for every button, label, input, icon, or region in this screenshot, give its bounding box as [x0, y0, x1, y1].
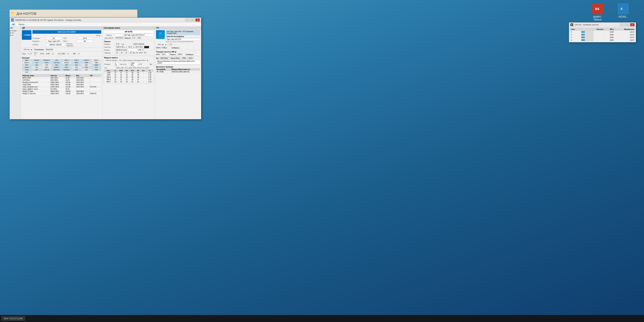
freq-row-2: 2 1200 x12.0 [570, 36, 635, 39]
aida64-label: aida64 - Ярлык [593, 15, 602, 21]
gpu-details: Intel Tiger Lake-UP3 - GT2 Integrated Gr… [166, 30, 200, 42]
gpu-full-name[interactable]: Intel Tiger Lake-UP3 - GT2 Integrated Gr… [166, 30, 200, 35]
mod-size-row: Размер 4 ГБ Частота 1200 МГц ECC Нет [104, 62, 153, 66]
mem-detail-table: Част... CL RCD RP RAS RC Ext. B [104, 70, 153, 83]
timing-2: 15 [124, 52, 128, 54]
aida64b-icon[interactable]: А AIDАб... [615, 3, 631, 21]
tpm-button[interactable]: TPM [181, 57, 187, 60]
freq-minimize-btn[interactable]: ─ [620, 23, 624, 26]
func-3dnow2: 3DNow!-2 [42, 59, 52, 61]
cpu-selector-row: CPU #0 Платформа BGA1449 [21, 48, 102, 52]
close-button[interactable]: ✕ [195, 18, 200, 22]
bios-type: UEFI [136, 37, 142, 39]
codename-value: Tiger Lake-UP3 [46, 40, 62, 42]
drives-model-header: Модель [Вместимость] [171, 68, 200, 70]
drive-status-indicator [157, 71, 158, 72]
func-avx2: AVX2 [42, 62, 52, 64]
drive-model: SNV3410-400G [400 ГБ] [171, 70, 200, 73]
mem-freq-val: 1066.0 [177, 53, 185, 56]
hwinfo-window: HW HWiNFO64 v7.62-5200 @ HP HP Laptop 15… [10, 18, 201, 119]
mem-size-label: Размер [104, 43, 115, 45]
memory-section: Память Размер 8 ГБ Тип DDR4 SDRAM Частот… [103, 40, 154, 55]
func-3dnow: 3DNow! [32, 59, 42, 61]
os-title-row: ОС UEFI Boot Secure Boot TPM HVCI [156, 57, 200, 60]
stepping-value: B1 [46, 37, 62, 40]
mod-size-label: Размер [104, 63, 114, 65]
mem-mode-label: Режим [104, 49, 115, 51]
mod-freq-value: 1200 МГц [130, 62, 138, 66]
slot-selector[interactable]: #0 [BANK 0/Bottom - Slot 1 (left)]: Rama… [104, 59, 149, 62]
bios-label: Дата BIOS [103, 37, 114, 39]
menu-cpu[interactable]: ЦП [10, 23, 16, 26]
gpu-selector[interactable]: GPU #0 [156, 43, 167, 46]
rops-label: ROPs / TMUs [156, 47, 167, 49]
mod-ecc-label: ECC [139, 63, 149, 65]
mod-freq-label: Частота [120, 63, 130, 65]
mem-timing-values: 15 - 15 - 15 - 35 tRC 50 tRFC 374 [115, 52, 147, 54]
secure-boot-button[interactable]: Secure Boot [170, 57, 181, 60]
l2-label: L2 [52, 53, 57, 54]
tdp-label: TDP [63, 38, 77, 39]
func-sse3: SSE-3 [72, 59, 81, 61]
chipset-row: Чипсет Intel Tiger Lake-UP3 PCH-LP [103, 34, 154, 36]
mem-row-2: 933.31313133043-1.20 [104, 76, 153, 78]
l3-value: 8M [72, 52, 76, 55]
uefi-boot-button[interactable]: UEFI Boot [160, 57, 169, 60]
maximize-button[interactable]: □ [190, 18, 195, 22]
wp-row-mfm: MFM (LPM)400.0 МГцx4.00100.0 МГц- [22, 77, 101, 79]
hvci-button[interactable]: HVCI [188, 57, 194, 60]
hwinfo-titlebar: HW HWiNFO64 v7.62-5200 @ HP HP Laptop 15… [10, 18, 201, 22]
sspec-value: SRK04, SRK05 [46, 44, 65, 46]
mth-freq: Част... [104, 70, 113, 72]
freq-row-0: 0 1200 x12.0 [570, 31, 635, 34]
codename-label: Кодовое... [32, 40, 46, 42]
func-smx: SMX [82, 64, 91, 66]
cores-row: Ядра 4 / 8 Кэш L1 4x32 + 4x48 L2 4x1.25M… [22, 52, 101, 56]
func-ssse3: SSSE-3 [82, 59, 91, 61]
func-mmx: MMX [22, 59, 32, 61]
func-tm1: TM1 [72, 66, 81, 68]
cores-cache-row: Ядра 4 / 8 Кэш L1 4x32 + 4x48 L2 4x1.25M… [21, 52, 102, 56]
l2-value: 4x1.25M [57, 52, 66, 55]
mem-row-4: 666.71010102231-1.20 [104, 81, 153, 83]
aida64-icon[interactable]: 64 aida64 - Ярлык [590, 3, 606, 21]
drives-section: Дисковые приводы Интерфейс Модель [Вмест… [155, 65, 201, 74]
board-panel: HP 87FE Чипсет Intel Tiger Lake-UP3 PCH-… [103, 30, 154, 39]
freq-close-btn[interactable]: ✕ [630, 23, 634, 26]
freq-bar-2 [581, 36, 593, 38]
platform-label: Платформа [34, 48, 44, 50]
wp-row-avg-active: Сред. активная част...1200.0 МГцx12.0010… [22, 86, 101, 88]
mem-divisor: 10.67 [127, 46, 133, 48]
sspec-label: SSPEC [32, 44, 46, 46]
mem-mult: x [133, 46, 134, 48]
cores-value: 4 / 8 [27, 52, 32, 55]
wp-row-ring-max: Ring/LLC Макс3600.0 МГцx36.00100.0 МГц- [22, 90, 101, 92]
func-apx: APX [22, 71, 32, 73]
l3-label: L3 [67, 53, 72, 54]
mem-freq-lbl: Память [170, 54, 176, 56]
mem-size-value: 8 ГБ [115, 43, 120, 45]
sidebar-tree[interactable]: ▶ Сводка ▶ ЦП ▶ ГП [10, 30, 20, 36]
freq-maximize-btn[interactable]: □ [625, 23, 630, 26]
func-em64t: EM64T [52, 66, 62, 68]
mth-rp: RP [124, 70, 129, 72]
freq-title-icon: ⚡ [570, 23, 573, 26]
cpu-selector[interactable]: CPU #0 [22, 48, 33, 51]
functions-section: Функции MMX 3DNow! 3DNow!-2 SSE SSE-2 SS… [21, 56, 102, 74]
timing-0: 15 [115, 52, 119, 54]
window-controls[interactable]: ─ □ ✕ [185, 18, 200, 22]
taskbar-computer-name[interactable]: WIN-TLR13713J9K [2, 316, 25, 320]
wp-header-vid: VID [89, 74, 101, 77]
mem-type-label: Тип [122, 43, 132, 45]
minimize-button[interactable]: ─ [185, 18, 190, 22]
cpu-process: 13 nm [95, 34, 101, 37]
l4-label: L4 [78, 53, 82, 54]
mem-freq-value: 1066.6 МГц [115, 46, 126, 48]
mod-type-row: Тип DDR4-2400 / PC4-19200 DDR4 SDRAM SO-… [104, 67, 153, 69]
mth-rc: RC [136, 70, 140, 72]
freq-window-controls[interactable]: ─ □ ✕ [620, 23, 634, 26]
mem-row-3: 800.01111112637-1.20 [104, 78, 153, 81]
menu-programs[interactable]: Прогр... [17, 23, 28, 26]
func-sha: SHA [72, 69, 81, 71]
mth-b: B [146, 70, 153, 72]
